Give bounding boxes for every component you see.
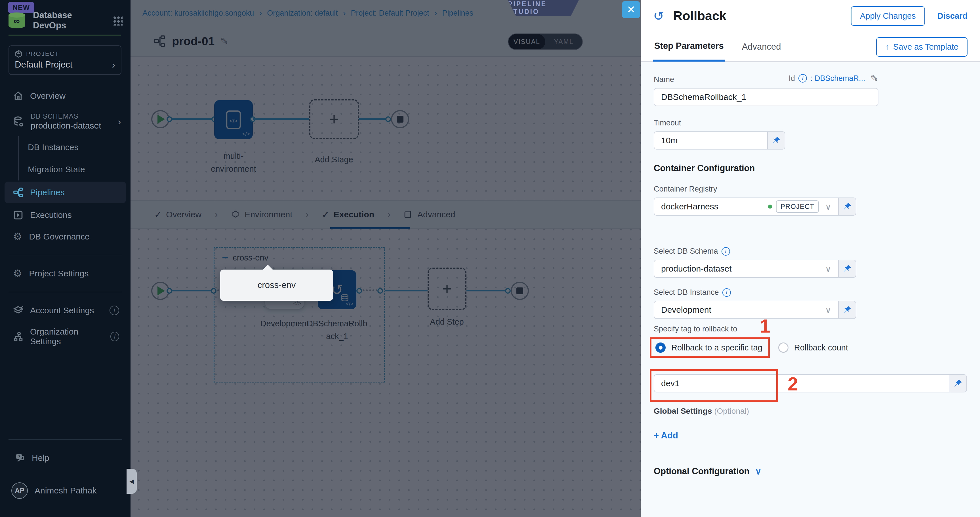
id-label: Id xyxy=(789,74,795,83)
pin-icon xyxy=(842,202,852,212)
db-schema-icon xyxy=(13,116,24,127)
radio-selected-icon[interactable] xyxy=(655,342,666,353)
sidebar-item-pipelines[interactable]: Pipelines xyxy=(5,181,126,203)
sidebar-item-project-settings[interactable]: ⚙ Project Settings xyxy=(0,263,130,284)
upload-icon: ↑ xyxy=(885,42,889,52)
annotation-box-2 xyxy=(650,369,778,402)
sidebar-item-db-schemas[interactable]: DB SCHEMAS production-dataset › xyxy=(0,107,130,136)
app-root: NEW ∞ Database DevOps PROJECT Default Pr… xyxy=(0,0,980,517)
db-instance-runtime-pin[interactable] xyxy=(839,301,856,319)
scope-badge: PROJECT xyxy=(776,200,819,213)
close-drawer-button[interactable]: ✕ xyxy=(622,1,640,18)
pin-icon xyxy=(842,305,852,315)
home-icon xyxy=(13,91,23,101)
registry-runtime-pin[interactable] xyxy=(839,197,856,216)
sidebar-divider xyxy=(8,292,122,292)
sidebar-item-db-governance[interactable]: ⚙ DB Governance xyxy=(0,226,130,247)
timeout-label: Timeout xyxy=(654,119,967,127)
edit-id-icon[interactable]: ✎ xyxy=(870,73,879,84)
project-label: PROJECT xyxy=(26,50,59,57)
optional-hint: (Optional) xyxy=(714,407,749,415)
db-instance-label: Select DB Instance xyxy=(654,288,719,297)
rollback-icon: ↺ xyxy=(653,10,664,22)
sidebar-item-overview[interactable]: Overview xyxy=(0,85,130,107)
db-schema-label-row: Select DB Schema i xyxy=(654,247,967,256)
sidebar-item-migration-state[interactable]: Migration State xyxy=(19,158,130,180)
help-chat-icon: ? xyxy=(15,453,25,463)
radio-unselected-icon[interactable] xyxy=(778,342,789,353)
timeout-input[interactable] xyxy=(654,131,768,150)
drawer-title: Rollback xyxy=(673,8,843,23)
connectivity-status-dot xyxy=(768,205,772,208)
info-icon: i xyxy=(799,74,807,83)
db-instance-label-row: Select DB Instance i xyxy=(654,288,967,297)
container-configuration-heading: Container Configuration xyxy=(654,163,967,173)
chevron-right-icon: › xyxy=(112,60,115,70)
sidebar-item-db-instances[interactable]: DB Instances xyxy=(19,136,130,158)
radio-rollback-specific-tag[interactable]: Rollback to a specific tag xyxy=(655,342,762,353)
sidebar-item-organization-settings[interactable]: Organization Settings i xyxy=(0,321,130,352)
close-icon: ✕ xyxy=(627,4,635,16)
pin-icon xyxy=(772,136,781,145)
add-global-setting-button[interactable]: + Add xyxy=(654,431,967,441)
chevron-down-icon: ∨ xyxy=(755,466,762,476)
db-schema-runtime-pin[interactable] xyxy=(839,259,856,278)
pipelines-icon xyxy=(13,187,23,197)
annotation-number-2: 2 xyxy=(788,373,798,395)
info-icon: i xyxy=(722,247,730,256)
info-icon: i xyxy=(110,305,119,315)
optional-configuration-toggle[interactable]: Optional Configuration ∨ xyxy=(654,466,967,476)
pin-icon xyxy=(842,264,852,274)
discard-button[interactable]: Discard xyxy=(937,11,967,21)
global-settings-label: Global Settings xyxy=(654,407,712,415)
tag-runtime-pin[interactable] xyxy=(949,374,967,393)
timeout-runtime-pin[interactable] xyxy=(768,131,785,150)
tab-advanced[interactable]: Advanced xyxy=(741,33,782,60)
cube-icon xyxy=(15,50,23,58)
global-settings-row: Global Settings (Optional) xyxy=(654,407,967,416)
logo-divider xyxy=(8,35,121,35)
project-selector[interactable]: PROJECT Default Project › xyxy=(8,45,121,75)
step-parameters-form: Name Id i : DBSchemaR... ✎ Timeout Conta… xyxy=(641,62,980,517)
app-grid-icon[interactable] xyxy=(112,15,123,25)
sidebar-divider xyxy=(8,255,122,255)
db-schema-select[interactable]: production-dataset ∨ xyxy=(654,259,839,278)
user-menu[interactable]: AP Animesh Pathak xyxy=(0,477,130,504)
specify-tag-label: Specify tag to rollback to xyxy=(654,325,967,333)
gear-icon: ⚙ xyxy=(13,232,22,242)
drawer-tabs: Step Parameters Advanced ↑ Save as Templ… xyxy=(641,32,980,62)
svg-text:?: ? xyxy=(18,455,20,459)
svg-text:∞: ∞ xyxy=(14,16,19,25)
organization-icon xyxy=(13,331,23,342)
sidebar-item-help[interactable]: ? Help xyxy=(0,447,130,469)
db-schema-label: Select DB Schema xyxy=(654,247,718,256)
container-registry-field[interactable]: dockerHarness PROJECT ∨ xyxy=(654,197,839,216)
cross-env-tooltip: cross-env xyxy=(220,270,333,301)
database-devops-logo-icon: ∞ xyxy=(8,12,25,29)
project-name: Default Project xyxy=(15,60,72,70)
save-as-template-button[interactable]: ↑ Save as Template xyxy=(876,37,968,57)
chevron-down-icon: ∨ xyxy=(825,202,831,212)
apply-changes-button[interactable]: Apply Changes xyxy=(851,6,925,26)
chevron-right-icon: › xyxy=(118,117,121,126)
gear-icon: ⚙ xyxy=(13,269,22,278)
name-input[interactable] xyxy=(654,88,878,106)
sidebar: NEW ∞ Database DevOps PROJECT Default Pr… xyxy=(0,0,130,517)
sidebar-divider xyxy=(8,439,122,440)
chevron-down-icon: ∨ xyxy=(825,264,831,274)
chevron-down-icon: ∨ xyxy=(825,305,831,315)
executions-icon xyxy=(13,210,23,220)
sidebar-item-executions[interactable]: Executions xyxy=(0,204,130,226)
radio-rollback-count[interactable]: Rollback count xyxy=(778,342,848,353)
layers-icon xyxy=(13,305,23,315)
db-instance-select[interactable]: Development ∨ xyxy=(654,301,839,319)
annotation-number-1: 1 xyxy=(760,315,770,337)
drawer-backdrop[interactable] xyxy=(130,0,641,517)
sidebar-collapse-handle[interactable]: ◀ xyxy=(127,469,137,494)
id-value: : DBSchemaR... xyxy=(810,74,865,83)
tab-step-parameters[interactable]: Step Parameters xyxy=(653,32,725,62)
pipeline-studio-badge: PIPELINE STUDIO xyxy=(508,0,579,16)
user-name: Animesh Pathak xyxy=(35,486,97,495)
sidebar-item-account-settings[interactable]: Account Settings i xyxy=(0,300,130,321)
annotation-box-1: Rollback to a specific tag 1 xyxy=(650,337,770,358)
